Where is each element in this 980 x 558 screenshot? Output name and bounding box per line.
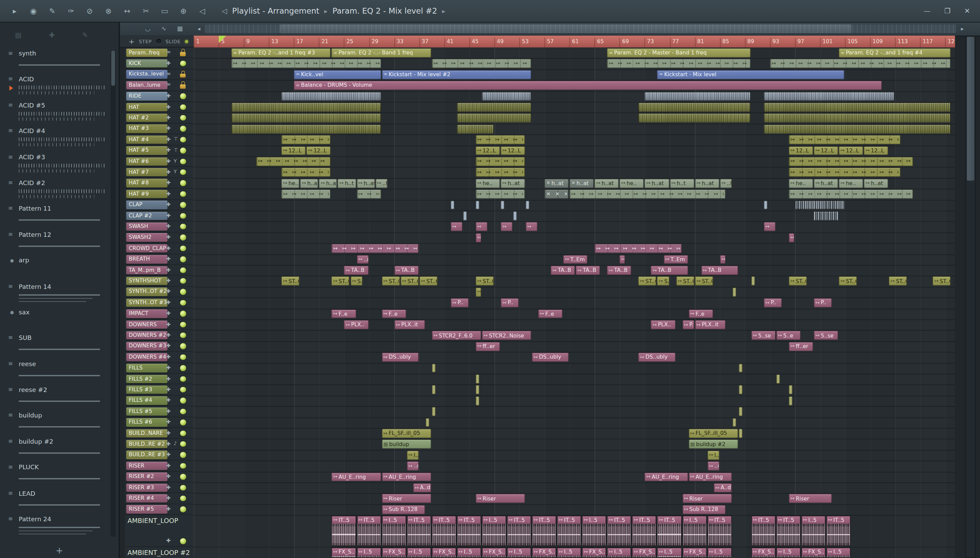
clip-i-5[interactable]: ↦I..5: [356, 547, 381, 558]
clip-cm[interactable]: ↦: [720, 255, 726, 264]
clip-so[interactable]: [231, 124, 381, 133]
clip-it-5[interactable]: ↦IT..5: [557, 516, 581, 546]
picker-item-pattern-12[interactable]: ≡Pattern 12: [5, 230, 108, 256]
clip-kick-vel[interactable]: ∞Kick..vel: [294, 70, 381, 79]
clip-cm[interactable]: ↦: [451, 222, 463, 231]
scroll-right-button[interactable]: ▸: [961, 26, 964, 32]
clip-tko[interactable]: [751, 277, 755, 286]
clip-p[interactable]: ↦P..: [451, 298, 469, 307]
clip-tm[interactable]: ↦ ↦ ↦ ↦ ↦ ↦ ↦ ↦ ↦ ↦ ↦ ↦: [594, 244, 681, 253]
track-name-tab[interactable]: HAT #8: [126, 179, 167, 187]
clip-tko[interactable]: [739, 407, 742, 416]
clip-tko[interactable]: [732, 418, 736, 427]
track-led[interactable]: [180, 213, 186, 218]
track-header-riser-5[interactable]: RISER #5✚: [125, 504, 194, 515]
clip-he[interactable]: ↦he..: [476, 179, 500, 188]
clip-12-l[interactable]: ↦12..L: [789, 146, 813, 155]
clip-to[interactable]: ↦ ↦ ↦ ↦ ↦ ↦ ↦ ↦ ↦ ↦ ↦ ↦ ↦ ↦ ↦ ↦: [789, 135, 901, 144]
clip-to[interactable]: ↦ ↦ ↦ ↦ ↦ ↦ ↦ ↦ ↦ ↦ ↦ ↦ ↦ ↦ ↦ ↦ ↦ ↦: [789, 157, 913, 166]
clip-tg[interactable]: ↦ ↦ ↦ ↦ ↦ ↦ ↦: [476, 190, 525, 199]
clip-param-eq-2-and-1-freq-4[interactable]: ∞Param. EQ 2 -..and 1 freq #4: [839, 48, 951, 57]
track-header-ambient-loop[interactable]: AMBIENT_LOOP✚: [125, 515, 194, 547]
picker-item-lead[interactable]: ≡LEAD: [5, 489, 108, 514]
lock-icon[interactable]: [180, 81, 186, 89]
clip-tko[interactable]: [739, 385, 742, 394]
clip-ds-ubly[interactable]: ↦DS..ubly: [639, 353, 675, 362]
picker-scrollbar-thumb[interactable]: [111, 51, 115, 86]
track-header-riser-3[interactable]: RISER #3✚: [125, 483, 194, 493]
clip-to[interactable]: ↦ ↦ ↦ ↦ ↦ ↦ ↦: [476, 157, 525, 166]
track-led[interactable]: [180, 126, 186, 132]
track-led[interactable]: [180, 322, 186, 327]
clip-fx-s[interactable]: ↦FX_S..: [381, 547, 406, 558]
clip-ds-ubly[interactable]: ↦DS..ubly: [381, 353, 419, 362]
track-header-synth-ot-2[interactable]: SYNTH..OT #2✚: [125, 287, 194, 298]
track-header-fills[interactable]: FILLS✚: [125, 363, 194, 374]
clip-tg[interactable]: ↦ ↦ ↦ ↦ ↦ ↦ ↦ ↦ ↦ ↦ ↦ ↦ ↦ ↦ ↦ ↦ ↦ ↦ ↦ ↦: [607, 59, 750, 68]
track-led[interactable]: [180, 398, 186, 404]
track-led[interactable]: [180, 148, 186, 153]
track-header-hat-2[interactable]: HAT #2✚: [125, 113, 194, 123]
track-header-riser[interactable]: RISER✚: [125, 461, 194, 471]
clip-tko[interactable]: [739, 429, 742, 438]
track-name-tab[interactable]: SYNTH..OT #3: [126, 299, 167, 307]
pattern-view-icon[interactable]: ▤: [15, 31, 21, 39]
clip-ta-b[interactable]: ↦TA..B: [607, 266, 632, 275]
track-name-tab[interactable]: FILLS #5: [126, 407, 167, 416]
clip-12-l[interactable]: ↦12..L: [864, 146, 888, 155]
track-led[interactable]: [180, 267, 186, 273]
move-handle-icon[interactable]: ✚: [166, 451, 171, 458]
clip-riser[interactable]: ↦Riser: [476, 494, 525, 503]
slide-tool-icon[interactable]: ∿: [161, 25, 166, 32]
play-icon[interactable]: ▸: [10, 7, 20, 15]
clip-stcr2-noise[interactable]: ↦STCR2..Noise: [482, 331, 531, 340]
clip-tkb[interactable]: [451, 200, 454, 210]
clip-he[interactable]: ↦he..: [620, 179, 644, 188]
speaker-icon[interactable]: ◁: [222, 7, 227, 15]
track-name-tab[interactable]: SWASH2: [126, 233, 167, 242]
move-handle-icon[interactable]: ✚: [166, 234, 171, 240]
picker-item-acid-2[interactable]: ≡ACID #2: [5, 178, 108, 204]
clip-h-at[interactable]: ↦h..at: [814, 179, 838, 188]
move-handle-icon[interactable]: ✚: [166, 538, 171, 544]
track-name-tab[interactable]: CLAP #2: [126, 212, 167, 220]
clip-plx[interactable]: ↦PLX..: [344, 320, 369, 329]
lock-icon[interactable]: [180, 71, 186, 77]
clip-it-5[interactable]: ↦IT..5: [632, 516, 657, 546]
track-header-build-re-2[interactable]: BUILD..RE #2✚♪: [125, 439, 194, 450]
picker-item-buildup[interactable]: ≡buildup: [5, 411, 108, 437]
track-header-ta-m-pm-b[interactable]: TA_M..pm_B✚: [125, 265, 194, 276]
clip-m[interactable]: ↦..m: [356, 255, 369, 264]
clip-h-at[interactable]: ↦h..at: [695, 179, 719, 188]
track-name-tab[interactable]: HAT #9: [126, 190, 167, 199]
clip-st-c[interactable]: ↦ST..C: [933, 277, 951, 286]
track-header-ambient-loop-2[interactable]: AMBIENT_LOOP #2: [125, 547, 194, 558]
delete-icon[interactable]: ⊘: [85, 7, 95, 15]
track-header-hat-5[interactable]: HAT #5✚⊤: [125, 145, 194, 156]
track-header-riser-2[interactable]: RISER #2✚: [125, 471, 194, 483]
picker-item-sax[interactable]: ●sax: [5, 307, 108, 333]
track-name-tab[interactable]: RIDE: [126, 92, 167, 100]
track-name-tab[interactable]: DOWNERS: [126, 320, 167, 329]
clip-it-5[interactable]: ↦IT..5: [332, 516, 356, 546]
clip-so[interactable]: [763, 124, 951, 133]
track-led[interactable]: [180, 354, 186, 360]
track-name-tab[interactable]: FILLS #3: [126, 386, 167, 394]
clip-au-e-ring[interactable]: ↦AU_E..ring: [645, 472, 688, 481]
clip-st-c[interactable]: ↦ST..C: [381, 277, 399, 286]
track-name-tab[interactable]: FILLS: [126, 364, 167, 372]
clip-st-c[interactable]: ↦ST..C: [332, 277, 350, 286]
move-handle-icon[interactable]: ✚: [166, 212, 171, 218]
move-handle-icon[interactable]: ✚: [166, 495, 171, 501]
clip-it-5[interactable]: ↦IT..5: [657, 516, 681, 546]
track-header-fills-3[interactable]: FILLS #3✚: [125, 384, 194, 396]
track-name-tab[interactable]: RISER #5: [126, 505, 167, 514]
picker-item-buildup-2[interactable]: ≡buildup #2: [5, 437, 108, 463]
clip-i-5[interactable]: ↦I..5: [482, 516, 506, 546]
clip-it-5[interactable]: ↦IT..5: [456, 516, 481, 546]
track-header-impact[interactable]: IMPACT✚: [125, 309, 194, 320]
track-led[interactable]: [180, 223, 186, 229]
clip-cm[interactable]: ↦: [763, 222, 775, 231]
move-handle-icon[interactable]: ✚: [166, 505, 171, 512]
track-led[interactable]: [180, 538, 186, 544]
